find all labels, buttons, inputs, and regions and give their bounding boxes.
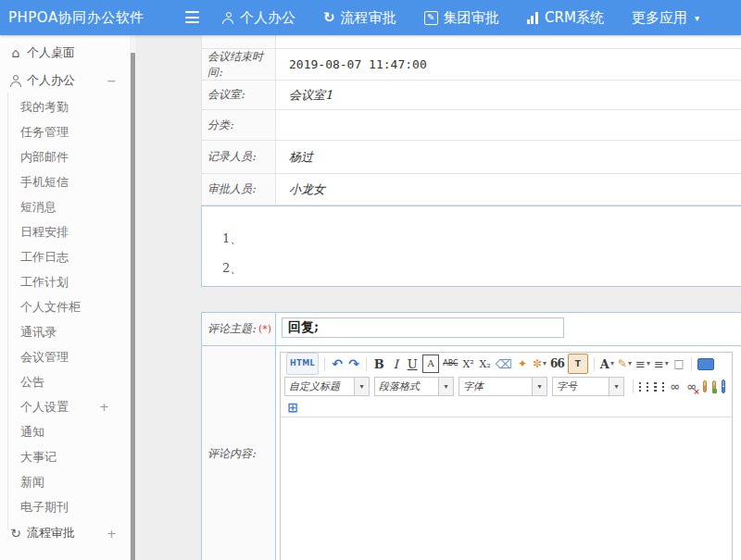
sidebar-item-memorabilia[interactable]: 大事记 (0, 444, 130, 469)
bold-icon[interactable]: B (372, 355, 385, 372)
sidebar-item-work-log[interactable]: 工作日志 (0, 244, 130, 269)
comment-content-label-cell: 评论内容: (202, 346, 276, 560)
superscript-icon[interactable]: X² (462, 355, 475, 372)
comment-subject-row: 评论主题: (*) (202, 313, 741, 346)
ordered-list-icon[interactable]: ≡ ▾ (635, 355, 650, 372)
caret-down-icon: ▾ (609, 378, 623, 395)
font-color-icon[interactable]: A ▾ (600, 355, 614, 372)
sidebar-item-personal-office[interactable]: 个人办公 − (0, 67, 130, 94)
editor-content-area[interactable] (281, 417, 732, 560)
field-label: 分类: (202, 110, 276, 140)
meeting-end-time-row: 会议结束时间: 2019-08-07 11:47:00 (202, 49, 741, 81)
field-value: 会议室1 (289, 87, 333, 104)
sidebar-item-personal-files[interactable]: 个人文件柜 (0, 294, 130, 319)
cycle-icon: ↻ (8, 526, 23, 541)
blockquote-icon[interactable]: 66 (550, 355, 564, 372)
insert-table-icon[interactable]: ⊞ (286, 399, 299, 416)
category-row: 分类: (202, 110, 741, 141)
caret-down-icon: ▾ (628, 360, 632, 367)
align-center-icon[interactable] (647, 382, 648, 392)
nav-workflow-approval[interactable]: ↻ 流程审批 (323, 9, 396, 27)
sidebar-item-contacts[interactable]: 通讯录 (0, 319, 130, 344)
app-title: PHPOA协同办公软件 (0, 9, 144, 27)
field-label: 评论主题: (207, 321, 256, 337)
caret-down-icon: ▾ (647, 360, 650, 367)
quick-format-icon[interactable]: ✼ ▾ (533, 355, 546, 372)
subscript-icon[interactable]: X₂ (479, 355, 492, 372)
align-right-icon[interactable] (654, 382, 656, 392)
strikethrough-icon[interactable]: ABC (443, 355, 458, 372)
sidebar-item-my-attendance[interactable]: 我的考勤 (0, 94, 130, 119)
cycle-icon: ↻ (323, 11, 335, 25)
comment-subject-input[interactable] (282, 317, 564, 338)
field-label: 评论内容: (207, 446, 256, 462)
field-label: 记录人员: (202, 141, 276, 173)
sidebar-item-work-plan[interactable]: 工作计划 (0, 269, 130, 294)
user-icon (222, 12, 234, 24)
caret-down-icon: ▾ (438, 378, 453, 395)
unordered-list-icon[interactable]: ≡ ▾ (654, 355, 669, 372)
align-justify-icon[interactable] (662, 382, 664, 392)
nav-label: 流程审批 (341, 9, 396, 27)
italic-icon[interactable]: I (389, 355, 402, 372)
font-style-icon[interactable]: A (422, 355, 439, 373)
eraser-icon[interactable]: ⌫ (496, 355, 512, 372)
fullscreen-icon[interactable] (697, 355, 714, 372)
sidebar-item-internal-mail[interactable]: 内部邮件 (0, 144, 130, 169)
expand-icon[interactable]: + (107, 527, 117, 541)
sidebar-item-personal-desktop[interactable]: ⌂ 个人桌面 (0, 39, 130, 67)
top-nav: 个人办公 ↻ 流程审批 ✎ 集团审批 CRM系统 更多应用 ▾ (222, 0, 727, 35)
comment-subject-label-cell: 评论主题: (*) (202, 313, 276, 345)
link-icon[interactable]: ∞ (669, 379, 682, 395)
paste-as-text-icon[interactable]: T (568, 354, 588, 374)
caret-down-icon: ▾ (532, 378, 546, 395)
highlight-color-icon[interactable]: ✎ ▾ (618, 355, 632, 372)
sidebar-scrollbar-thumb[interactable] (131, 53, 135, 560)
nav-group-approval[interactable]: ✎ 集团审批 (424, 9, 499, 27)
expand-icon[interactable]: + (99, 400, 109, 414)
nav-more-apps[interactable]: 更多应用 ▾ (632, 9, 699, 27)
nav-personal-office[interactable]: 个人办公 (222, 9, 295, 27)
editor-toolbar-row-1: HTML ↶ ↷ B I U A ABC X² X₂ ⌫ ✦ (281, 353, 732, 375)
edit-icon: ✎ (424, 11, 438, 25)
sidebar-item-short-message[interactable]: 短消息 (0, 194, 130, 219)
field-value: 杨过 (289, 149, 313, 166)
sidebar-scrollbar-track[interactable] (130, 35, 136, 560)
insert-media-icon[interactable] (722, 380, 725, 393)
sidebar-item-announcement[interactable]: 公告 (0, 369, 130, 394)
user-icon (8, 75, 23, 87)
nav-crm-system[interactable]: CRM系统 (527, 9, 604, 27)
sidebar-item-workflow-approval[interactable]: ↻ 流程审批 + (0, 519, 130, 547)
unlink-icon[interactable]: ∞ × (685, 379, 698, 395)
undo-icon[interactable]: ↶ (331, 355, 344, 372)
html-source-button[interactable]: HTML (286, 353, 319, 375)
redo-icon[interactable]: ↷ (347, 355, 360, 372)
field-value: 2019-08-07 11:47:00 (289, 57, 427, 71)
sidebar-item-news[interactable]: 新闻 (0, 469, 130, 494)
sidebar-item-mobile-sms[interactable]: 手机短信 (0, 169, 130, 194)
sidebar-item-schedule[interactable]: 日程安排 (0, 219, 130, 244)
align-left-icon[interactable] (639, 382, 641, 392)
sidebar-item-e-journal[interactable]: 电子期刊 (0, 494, 130, 519)
new-document-icon[interactable]: □ (672, 355, 685, 372)
heading-dropdown[interactable]: 自定义标题 ▾ (284, 377, 370, 396)
underline-icon[interactable]: U (406, 355, 419, 372)
sidebar-item-personal-settings[interactable]: 个人设置 + (0, 394, 130, 419)
caret-down-icon: ▾ (665, 360, 669, 367)
clean-format-icon[interactable]: ✦ (516, 355, 529, 372)
font-size-dropdown[interactable]: 字号 ▾ (552, 377, 624, 396)
comment-content-row: 评论内容: HTML ↶ ↷ B I U A ABC (202, 346, 741, 560)
font-family-dropdown[interactable]: 字体 ▾ (458, 377, 547, 396)
paragraph-format-dropdown[interactable]: 段落格式 ▾ (374, 377, 454, 396)
chart-icon (527, 12, 540, 24)
collapse-icon[interactable]: − (107, 74, 117, 88)
upload-image-icon[interactable] (712, 380, 716, 392)
caret-down-icon: ▾ (695, 13, 699, 23)
sidebar-item-notification[interactable]: 通知 (0, 419, 130, 444)
insert-image-icon[interactable] (703, 380, 707, 392)
meeting-room-row: 会议室: 会议室1 (202, 81, 741, 110)
sidebar-item-task-management[interactable]: 任务管理 (0, 119, 130, 144)
hamburger-menu-icon[interactable] (185, 11, 199, 23)
sidebar-item-meeting-management[interactable]: 会议管理 (0, 344, 130, 369)
meeting-info-table: 会议结束时间: 2019-08-07 11:47:00 会议室: 会议室1 分类… (201, 35, 741, 205)
